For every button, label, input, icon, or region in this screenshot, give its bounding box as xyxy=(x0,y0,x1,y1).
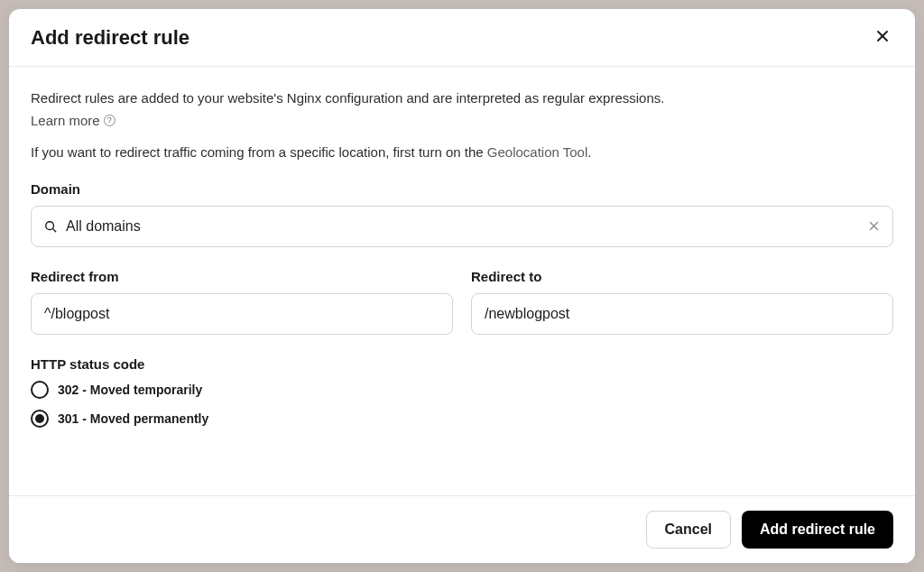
radio-301[interactable]: 301 - Moved permanently xyxy=(31,410,893,428)
redirect-to-field: Redirect to xyxy=(471,269,893,335)
redirect-to-label: Redirect to xyxy=(471,269,893,284)
radio-circle-301 xyxy=(31,410,49,428)
status-code-group: HTTP status code 302 - Moved temporarily… xyxy=(31,356,893,428)
radio-302[interactable]: 302 - Moved temporarily xyxy=(31,381,893,399)
domain-label: Domain xyxy=(31,181,893,197)
domain-input[interactable] xyxy=(66,218,868,235)
modal-header: Add redirect rule xyxy=(9,9,915,67)
domain-field: Domain xyxy=(31,181,893,247)
close-button[interactable] xyxy=(872,25,893,50)
domain-input-wrap[interactable] xyxy=(31,206,893,247)
redirect-to-input[interactable] xyxy=(471,293,893,335)
cancel-button[interactable]: Cancel xyxy=(646,511,731,549)
redirect-from-input[interactable] xyxy=(31,293,453,335)
status-code-label: HTTP status code xyxy=(31,356,893,372)
redirect-row: Redirect from Redirect to xyxy=(31,269,893,335)
radio-circle-302 xyxy=(31,381,49,399)
search-icon xyxy=(44,220,57,233)
geolocation-tool-link[interactable]: Geolocation Tool xyxy=(487,144,587,160)
description-text: Redirect rules are added to your website… xyxy=(31,88,893,109)
geo-prefix: If you want to redirect traffic coming f… xyxy=(31,144,487,160)
redirect-from-field: Redirect from xyxy=(31,269,453,335)
close-icon xyxy=(875,29,890,46)
learn-more-link[interactable]: Learn more ? xyxy=(31,113,116,128)
radio-301-label: 301 - Moved permanently xyxy=(58,411,208,426)
modal-footer: Cancel Add redirect rule xyxy=(9,495,915,563)
add-redirect-modal: Add redirect rule Redirect rules are add… xyxy=(9,9,915,563)
modal-title: Add redirect rule xyxy=(31,26,189,50)
help-icon: ? xyxy=(104,115,116,126)
redirect-from-label: Redirect from xyxy=(31,269,453,284)
geo-suffix: . xyxy=(587,144,591,160)
clear-icon[interactable] xyxy=(868,220,880,232)
radio-302-label: 302 - Moved temporarily xyxy=(58,383,202,397)
submit-button[interactable]: Add redirect rule xyxy=(742,511,893,549)
learn-more-label: Learn more xyxy=(31,113,100,128)
geolocation-hint: If you want to redirect traffic coming f… xyxy=(31,144,893,160)
modal-body: Redirect rules are added to your website… xyxy=(9,67,915,495)
svg-line-3 xyxy=(53,228,56,231)
